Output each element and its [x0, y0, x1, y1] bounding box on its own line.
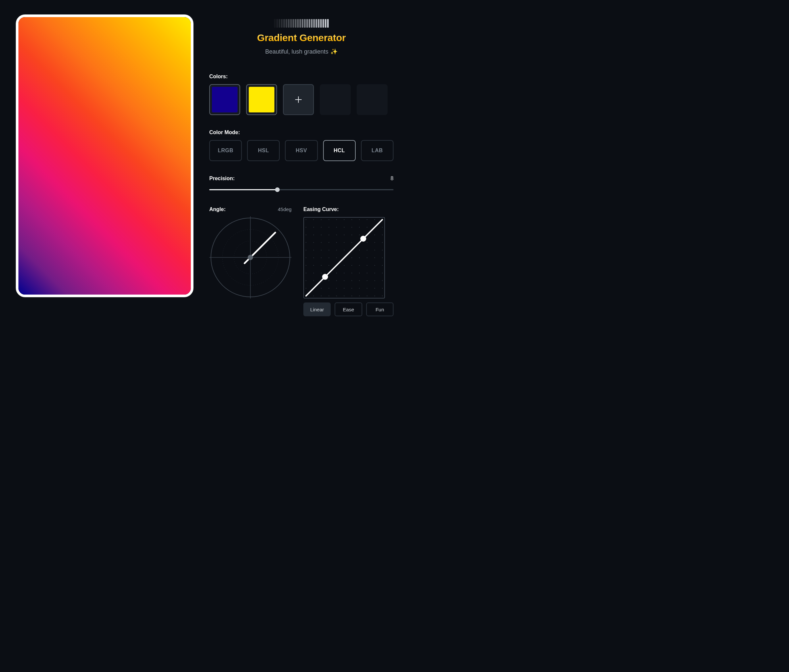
svg-point-43 — [329, 242, 329, 243]
bar-segment — [283, 19, 285, 28]
color-swatch-2[interactable] — [246, 84, 277, 115]
slider-thumb[interactable] — [275, 187, 280, 192]
svg-point-68 — [344, 265, 345, 266]
svg-point-85 — [359, 227, 359, 228]
easing-curve-editor[interactable] — [303, 217, 385, 299]
svg-point-12 — [306, 258, 306, 258]
svg-point-31 — [321, 234, 321, 235]
svg-point-33 — [321, 250, 321, 250]
color-mode-hsv[interactable]: HSV — [285, 140, 318, 161]
svg-point-103 — [367, 280, 367, 281]
bar-segment — [297, 19, 299, 28]
svg-point-101 — [367, 265, 367, 266]
svg-point-64 — [344, 234, 345, 235]
svg-point-16 — [306, 288, 306, 289]
bar-segment — [313, 19, 315, 28]
bar-segment — [302, 19, 303, 28]
svg-point-14 — [306, 272, 306, 273]
bar-segment — [325, 19, 326, 28]
svg-point-105 — [367, 296, 367, 296]
colors-section: Colors: — [209, 74, 393, 115]
color-mode-lab[interactable]: LAB — [361, 140, 393, 161]
precision-slider[interactable] — [209, 187, 393, 192]
bar-segment — [276, 19, 278, 28]
page-title: Gradient Generator — [257, 32, 346, 43]
svg-point-93 — [359, 288, 359, 289]
add-color-button[interactable] — [283, 84, 314, 115]
slider-fill — [209, 189, 277, 190]
easing-svg[interactable] — [304, 218, 384, 298]
bar-segment — [279, 19, 280, 28]
svg-point-126 — [382, 288, 383, 289]
color-mode-lrgb[interactable]: LRGB — [209, 140, 242, 161]
svg-point-113 — [374, 272, 375, 273]
easing-preset-linear[interactable]: Linear — [303, 303, 331, 316]
color-mode-hsl[interactable]: HSL — [247, 140, 280, 161]
color-swatch-1[interactable] — [209, 84, 240, 115]
angle-dial[interactable] — [209, 217, 292, 299]
svg-point-59 — [336, 280, 337, 281]
color-swatch-empty — [320, 84, 351, 115]
header: Gradient Generator Beautiful, lush gradi… — [209, 18, 393, 55]
svg-point-116 — [374, 296, 375, 296]
svg-point-41 — [329, 227, 329, 228]
decorative-bars-icon — [274, 18, 329, 28]
page-subtitle: Beautiful, lush gradients ✨ — [265, 48, 338, 55]
svg-point-78 — [351, 258, 352, 258]
precision-value: 8 — [391, 175, 393, 182]
easing-handle-2[interactable] — [360, 236, 366, 242]
svg-point-86 — [359, 234, 359, 235]
easing-preset-ease[interactable]: Ease — [335, 303, 362, 316]
svg-point-95 — [367, 219, 367, 220]
precision-label: Precision: — [209, 175, 235, 182]
svg-point-123 — [382, 265, 383, 266]
bar-segment — [306, 19, 308, 28]
angle-section: Angle: 45deg — [209, 207, 292, 300]
preview-border — [16, 14, 193, 297]
easing-label: Easing Curve: — [303, 207, 393, 212]
svg-point-121 — [382, 250, 383, 250]
bar-segment — [327, 19, 329, 28]
svg-point-106 — [374, 219, 375, 220]
svg-point-10 — [306, 242, 306, 243]
easing-preset-fun[interactable]: Fun — [366, 303, 393, 316]
svg-point-36 — [321, 272, 321, 273]
svg-point-38 — [321, 288, 321, 289]
bar-segment — [274, 19, 276, 28]
easing-handle-1[interactable] — [322, 274, 328, 280]
svg-point-20 — [313, 234, 314, 235]
svg-point-54 — [336, 242, 337, 243]
svg-point-100 — [367, 258, 367, 258]
svg-point-26 — [313, 280, 314, 281]
sparkles-icon: ✨ — [331, 48, 338, 55]
svg-point-73 — [351, 219, 352, 220]
svg-point-11 — [306, 250, 306, 250]
bar-segment — [281, 19, 283, 28]
color-mode-hcl[interactable]: HCL — [323, 140, 356, 161]
svg-point-120 — [382, 242, 383, 243]
color-mode-section: Color Mode: LRGBHSLHSVHCLLAB — [209, 129, 393, 161]
bar-segment — [320, 19, 322, 28]
bar-segment — [308, 19, 310, 28]
svg-point-50 — [329, 296, 329, 296]
svg-point-30 — [321, 227, 321, 228]
svg-point-71 — [344, 288, 345, 289]
svg-point-110 — [374, 250, 375, 250]
svg-point-74 — [351, 227, 352, 228]
bar-segment — [311, 19, 313, 28]
svg-point-104 — [367, 288, 367, 289]
precision-section: Precision: 8 — [209, 175, 393, 192]
svg-point-96 — [367, 227, 367, 228]
svg-point-111 — [374, 258, 375, 258]
svg-point-89 — [359, 258, 359, 258]
svg-point-22 — [313, 250, 314, 250]
svg-point-9 — [306, 234, 306, 235]
svg-point-127 — [382, 296, 383, 296]
bar-segment — [292, 19, 294, 28]
svg-point-66 — [344, 250, 345, 250]
svg-point-72 — [344, 296, 345, 296]
svg-point-13 — [306, 265, 306, 266]
svg-point-60 — [336, 288, 337, 289]
svg-point-90 — [359, 265, 359, 266]
color-chip — [249, 87, 275, 112]
